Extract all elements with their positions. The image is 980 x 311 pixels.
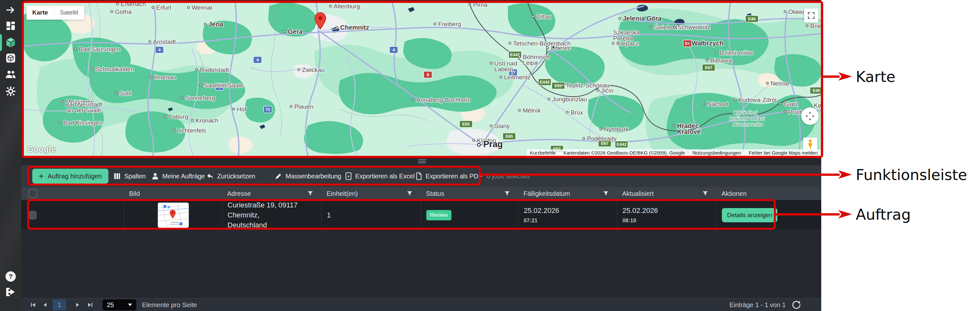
map-label: Broumovsko: [732, 121, 763, 127]
map-type-control: Karte Satellit: [27, 5, 84, 20]
page-size-value: 25: [107, 301, 114, 309]
map-label: Kędz: [814, 102, 821, 109]
pagination-page-1[interactable]: 1: [52, 299, 66, 310]
map-label: Bad Kissingen: [63, 119, 102, 126]
columns-button[interactable]: Spalten: [114, 165, 146, 187]
map-label: Brüx: [571, 109, 584, 116]
map-label: Kronach: [196, 117, 218, 124]
pagination-next-icon[interactable]: [73, 298, 83, 311]
row-checkbox[interactable]: [29, 211, 37, 220]
road-shield-label: E65: [554, 83, 562, 88]
units-value: 1: [327, 211, 331, 219]
road-shield-label: 4: [256, 57, 259, 62]
toolbar: + Auftrag hinzufügen Spalten Meine Auftr…: [21, 165, 821, 187]
logout-icon[interactable]: [0, 287, 21, 297]
map-label: Erfurt: [156, 4, 171, 11]
cube-icon[interactable]: [0, 37, 21, 48]
map-label: Kudowa-Zdrój: [738, 97, 776, 103]
pagination-bar: 1 25 Elemente pro Seite Einträge 1 - 1 v…: [21, 298, 821, 311]
settings-gear-icon[interactable]: [0, 86, 21, 96]
annotation-line-karte: [822, 76, 840, 78]
export-pdf-button[interactable]: Exportieren als PDF: [415, 165, 482, 187]
filter-icon[interactable]: [308, 191, 313, 196]
map-label: Jičín: [601, 87, 613, 94]
columns-icon: [114, 173, 121, 180]
page-size-select[interactable]: 25: [103, 299, 136, 310]
column-header-aktionen[interactable]: Aktionen: [716, 187, 821, 200]
map-label: Zittau: [536, 13, 552, 20]
annotation-label-karte: Karte: [856, 68, 896, 86]
pagination-last-icon[interactable]: [85, 298, 95, 311]
column-header-adresse[interactable]: Adresse: [222, 187, 321, 200]
map-label: Saalfeld/Saale: [204, 82, 243, 89]
pan-control-icon[interactable]: [801, 108, 819, 125]
map-label: Prag: [484, 140, 503, 149]
fullscreen-icon[interactable]: [804, 8, 818, 22]
filter-icon[interactable]: [703, 191, 708, 196]
add-order-button[interactable]: + Auftrag hinzufügen: [32, 169, 108, 184]
map-label: Suhl: [119, 90, 132, 97]
map-label: Weimar: [192, 4, 213, 11]
column-header-status[interactable]: Status: [421, 187, 518, 200]
reset-button[interactable]: Zurücksetzen: [207, 165, 255, 187]
order-thumbnail[interactable]: [158, 203, 189, 228]
filter-icon[interactable]: [603, 191, 609, 196]
map-label: Ilmenau: [154, 74, 176, 81]
users-icon[interactable]: [0, 70, 21, 79]
road-shield-label: E55: [462, 122, 469, 127]
road-shield-label: 4: [158, 48, 161, 52]
select-all-checkbox[interactable]: [29, 189, 37, 198]
column-header-faelligkeitsdatum[interactable]: Fälligkeitsdatum: [518, 187, 617, 200]
map-label: Oława: [788, 8, 806, 15]
undo-icon: [207, 173, 214, 180]
page-size-label: Elemente pro Seite: [142, 298, 197, 311]
resize-handle-icon[interactable]: [418, 159, 426, 163]
map-label: Zwickau: [302, 67, 325, 73]
pagination-prev-icon[interactable]: [40, 298, 50, 311]
filter-icon[interactable]: [505, 191, 510, 196]
map-label: Leitmeritz: [504, 74, 530, 81]
svg-text:?: ?: [9, 273, 13, 280]
table-header: Bild Adresse Einheit(en) Status Fälligke…: [21, 187, 821, 200]
my-orders-button[interactable]: Meine Aufträge: [152, 165, 205, 187]
export-excel-button[interactable]: x Exportieren als Excel: [345, 165, 415, 187]
column-header-einheiten[interactable]: Einheit(en): [321, 187, 421, 200]
status-badge: Review: [426, 210, 452, 221]
road-shield-label: E67: [705, 65, 712, 70]
table-empty-area: [21, 229, 821, 298]
map-label: Pirna: [473, 3, 488, 8]
refresh-icon[interactable]: [792, 300, 801, 310]
help-icon[interactable]: ?: [0, 271, 21, 282]
table-row[interactable]: Curiestraße 19, 09117 Chemnitz, Deutschl…: [21, 200, 821, 229]
column-header-bild[interactable]: Bild: [124, 187, 222, 200]
selected-count: 0 jobs selected: [487, 165, 530, 187]
details-button[interactable]: Details anzeigen: [722, 208, 777, 222]
map-canvas[interactable]: 444179728S3E442E442E65E67E40E40E55E65E67…: [24, 3, 821, 156]
terms-link[interactable]: Nutzungsbedingungen: [692, 150, 741, 156]
status-cell: Review: [421, 200, 518, 230]
map-type-karte[interactable]: Karte: [27, 5, 54, 20]
package-icon[interactable]: [0, 53, 21, 63]
map-label: Leipa: [523, 59, 538, 66]
keyboard-shortcuts-link[interactable]: Kurzbefehle: [530, 150, 556, 156]
filter-icon[interactable]: [407, 191, 412, 196]
arrow-right-icon[interactable]: [0, 6, 21, 14]
pencil-icon: [275, 173, 282, 180]
bulk-edit-button[interactable]: Massenbearbeitung: [275, 165, 341, 187]
map-label: Bad Salzungen: [79, 46, 120, 52]
map-type-satellit[interactable]: Satellit: [54, 5, 84, 20]
map-label: Gotha: [115, 8, 132, 15]
dashboard-icon[interactable]: [0, 21, 21, 30]
pagination-first-icon[interactable]: [29, 298, 38, 311]
person-icon: [152, 173, 159, 180]
map-label: Chráněná: [733, 110, 757, 116]
annotation-label-auftrag: Auftrag: [856, 206, 911, 223]
map-attribution: Kurzbefehle Kartendaten ©2026 GeoBasis-D…: [527, 149, 821, 156]
units-cell: 1: [321, 200, 421, 230]
map-label: Plauen: [294, 103, 313, 110]
map[interactable]: 444179728S3E442E442E65E67E40E40E55E65E67…: [24, 3, 821, 156]
map-label: Arnstadt: [153, 38, 176, 45]
map-label: Annaberg-Buchholz: [416, 97, 470, 103]
column-header-aktualisiert[interactable]: Aktualisiert: [617, 187, 716, 200]
report-error-link[interactable]: Fehler bei Google Maps melden: [749, 150, 818, 156]
